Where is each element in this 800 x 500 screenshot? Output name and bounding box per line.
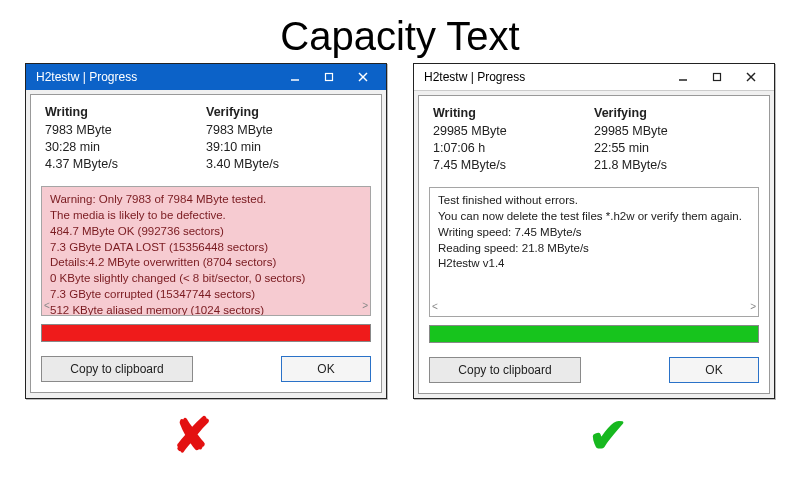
scroll-left-icon[interactable]: < bbox=[432, 300, 438, 314]
copy-button[interactable]: Copy to clipboard bbox=[41, 356, 193, 382]
titlebar-controls-left bbox=[278, 66, 380, 88]
close-icon[interactable] bbox=[734, 66, 768, 88]
window-right: H2testw | Progress Writing 29985 MByte 1… bbox=[413, 63, 775, 399]
scroll-right-icon[interactable]: > bbox=[362, 299, 368, 313]
ok-button[interactable]: OK bbox=[669, 357, 759, 383]
verifying-header: Verifying bbox=[594, 106, 755, 120]
window-title-right: H2testw | Progress bbox=[420, 70, 666, 84]
log-line: Reading speed: 21.8 MByte/s bbox=[438, 241, 750, 257]
close-icon[interactable] bbox=[346, 66, 380, 88]
stats-left: Writing 7983 MByte 30:28 min 4.37 MByte/… bbox=[31, 95, 381, 182]
minimize-icon[interactable] bbox=[278, 66, 312, 88]
verifying-time: 39:10 min bbox=[206, 140, 367, 154]
log-line: H2testw v1.4 bbox=[438, 256, 750, 272]
svg-rect-1 bbox=[326, 74, 333, 81]
titlebar-controls-right bbox=[666, 66, 768, 88]
maximize-icon[interactable] bbox=[312, 66, 346, 88]
writing-rate: 4.37 MByte/s bbox=[45, 157, 206, 171]
stats-right: Writing 29985 MByte 1:07:06 h 7.45 MByte… bbox=[419, 96, 769, 183]
log-line: Writing speed: 7.45 MByte/s bbox=[438, 225, 750, 241]
log-line: Details:4.2 MByte overwritten (8704 sect… bbox=[50, 255, 362, 271]
log-left: Warning: Only 7983 of 7984 MByte tested.… bbox=[41, 186, 371, 316]
verifying-header: Verifying bbox=[206, 105, 367, 119]
copy-button[interactable]: Copy to clipboard bbox=[429, 357, 581, 383]
titlebar-left: H2testw | Progress bbox=[26, 64, 386, 90]
verifying-bytes: 29985 MByte bbox=[594, 124, 755, 138]
log-line: 484.7 MByte OK (992736 sectors) bbox=[50, 224, 362, 240]
mark-row: ✘ ✔ bbox=[0, 399, 800, 463]
writing-rate: 7.45 MByte/s bbox=[433, 158, 594, 172]
ok-button[interactable]: OK bbox=[281, 356, 371, 382]
log-line: Test finished without errors. bbox=[438, 193, 750, 209]
page-title: Capacity Text bbox=[0, 0, 800, 63]
verifying-rate: 21.8 MByte/s bbox=[594, 158, 755, 172]
verifying-time: 22:55 min bbox=[594, 141, 755, 155]
scroll-right-icon[interactable]: > bbox=[750, 300, 756, 314]
writing-header: Writing bbox=[433, 106, 594, 120]
log-line: 7.3 GByte DATA LOST (15356448 sectors) bbox=[50, 240, 362, 256]
check-mark-icon: ✔ bbox=[588, 407, 628, 463]
writing-time: 1:07:06 h bbox=[433, 141, 594, 155]
cross-mark-icon: ✘ bbox=[172, 407, 208, 463]
progress-bar-left bbox=[41, 324, 371, 342]
verifying-bytes: 7983 MByte bbox=[206, 123, 367, 137]
titlebar-right: H2testw | Progress bbox=[414, 64, 774, 91]
maximize-icon[interactable] bbox=[700, 66, 734, 88]
scroll-left-icon[interactable]: < bbox=[44, 299, 50, 313]
progress-bar-right bbox=[429, 325, 759, 343]
log-line: The media is likely to be defective. bbox=[50, 208, 362, 224]
writing-bytes: 29985 MByte bbox=[433, 124, 594, 138]
writing-bytes: 7983 MByte bbox=[45, 123, 206, 137]
verifying-rate: 3.40 MByte/s bbox=[206, 157, 367, 171]
log-line: You can now delete the test files *.h2w … bbox=[438, 209, 750, 225]
svg-rect-5 bbox=[714, 74, 721, 81]
writing-time: 30:28 min bbox=[45, 140, 206, 154]
writing-header: Writing bbox=[45, 105, 206, 119]
log-line: 0 KByte slightly changed (< 8 bit/sector… bbox=[50, 271, 362, 287]
log-right: Test finished without errors. You can no… bbox=[429, 187, 759, 317]
minimize-icon[interactable] bbox=[666, 66, 700, 88]
window-left: H2testw | Progress Writing 7983 MByte 30… bbox=[25, 63, 387, 399]
window-title-left: H2testw | Progress bbox=[32, 70, 278, 84]
log-line: Warning: Only 7983 of 7984 MByte tested. bbox=[50, 192, 362, 208]
